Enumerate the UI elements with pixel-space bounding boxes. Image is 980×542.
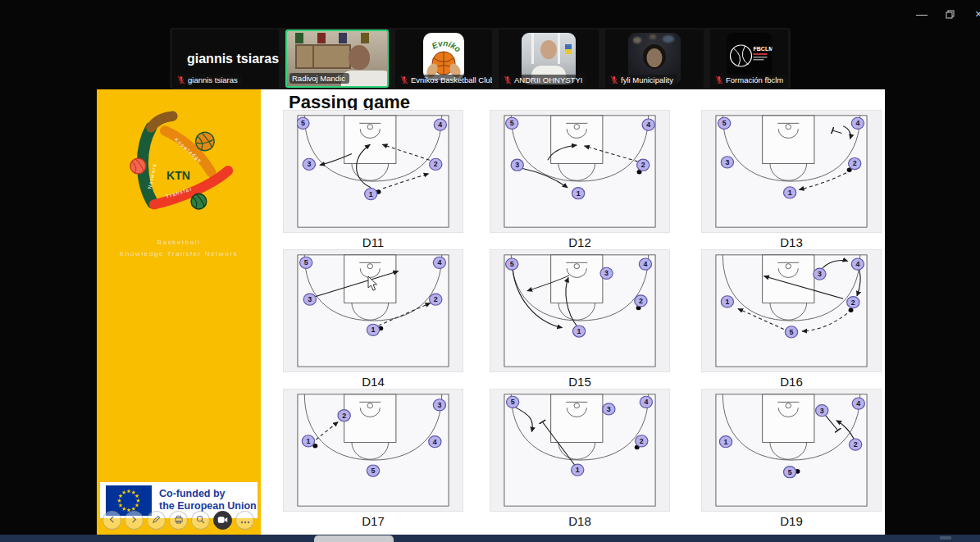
participant-tile[interactable]: ANDRII OHNYSTYI — [499, 30, 599, 88]
svg-text:5: 5 — [510, 260, 514, 268]
play-diagram-card: 54321D11 — [283, 110, 463, 249]
more-tool-button[interactable] — [235, 511, 254, 530]
svg-text:2: 2 — [854, 440, 858, 449]
prev-icon — [107, 515, 116, 526]
meeting-window: { "window": { "controls": [ {"name": "mi… — [0, 0, 980, 542]
svg-text:5: 5 — [510, 120, 514, 128]
minimize-button[interactable]: — — [911, 5, 932, 23]
svg-text:4: 4 — [644, 260, 648, 268]
participant-big-name: giannis tsiaras — [187, 52, 279, 66]
camera-tool-button[interactable] — [213, 511, 232, 530]
eu-cofunded-text: Co-funded by the European Union — [159, 488, 257, 512]
svg-text:3: 3 — [818, 270, 822, 278]
ktn-subtitle-line1: Basketball — [97, 237, 261, 248]
court-panel: 54321 — [490, 249, 670, 372]
svg-text:3: 3 — [820, 407, 824, 415]
svg-text:1: 1 — [577, 189, 581, 198]
svg-text:1: 1 — [576, 466, 580, 474]
print-tool-button[interactable] — [169, 511, 188, 530]
participant-tile[interactable]: Evnikos Evnikos Basketball Club — [395, 30, 492, 88]
muted-mic-icon — [504, 75, 512, 84]
taskbar[interactable] — [0, 535, 980, 542]
diagram-label: D17 — [283, 514, 463, 528]
participant-name-label: Evnikos Basketball Club — [398, 75, 492, 85]
svg-text:1: 1 — [724, 438, 728, 446]
participant-name-label: giannis tsiaras — [175, 75, 242, 85]
svg-text:3: 3 — [515, 161, 519, 169]
svg-text:2: 2 — [639, 297, 643, 305]
diagram-label: D15 — [490, 375, 670, 389]
viewer-toolbar — [103, 511, 254, 530]
diagram-label: D19 — [701, 514, 882, 528]
svg-text:4: 4 — [855, 260, 859, 268]
svg-text:2: 2 — [851, 298, 855, 307]
muted-mic-icon — [177, 75, 185, 84]
next-icon — [130, 515, 139, 526]
svg-text:1: 1 — [788, 189, 792, 197]
svg-text:KTN: KTN — [166, 169, 190, 182]
svg-text:2: 2 — [640, 437, 644, 445]
svg-text:4: 4 — [644, 399, 648, 407]
svg-text:2: 2 — [641, 161, 645, 169]
participant-strip: giannis tsiaras giannis tsiaras Radivoj … — [170, 28, 791, 89]
play-diagram-card: 54321D12 — [490, 110, 670, 249]
participant-name-label: Radivoj Mandic — [289, 73, 349, 84]
svg-text:5: 5 — [790, 328, 794, 336]
close-button[interactable]: × — [968, 5, 980, 23]
svg-text:4: 4 — [433, 438, 437, 446]
ktn-sidebar: KTN Network Knowledge Transfer Basketbal… — [97, 89, 261, 535]
pen-icon — [152, 515, 161, 526]
svg-text:1: 1 — [369, 190, 373, 198]
play-diagram-card: 54321D14 — [283, 249, 463, 389]
court-panel: 23145 — [283, 389, 463, 512]
svg-text:5: 5 — [722, 120, 727, 128]
court-panel: 54321 — [490, 110, 670, 233]
participant-tile[interactable]: FBCLM Formación fbclm — [710, 30, 788, 88]
maximize-button[interactable] — [939, 5, 960, 23]
svg-text:1: 1 — [577, 327, 581, 335]
diagram-label: D11 — [283, 235, 463, 249]
court-diagram: 54321 — [297, 254, 449, 367]
svg-text:2: 2 — [853, 160, 857, 168]
svg-text:5: 5 — [511, 399, 515, 407]
ktn-subtitle-line2: Knowledge Transfer Network — [97, 248, 261, 260]
court-panel: 54321 — [490, 389, 670, 512]
svg-text:Evnikos: Evnikos — [423, 33, 463, 54]
svg-text:1: 1 — [725, 298, 729, 306]
diagram-label: D18 — [490, 514, 670, 528]
participant-tile[interactable]: Radivoj Mandic — [285, 30, 389, 88]
participant-tile[interactable]: giannis tsiaras giannis tsiaras — [172, 30, 279, 88]
participant-tile[interactable]: fyli Municipality — [605, 30, 704, 88]
court-panel: 54321 — [701, 110, 882, 233]
court-panel: 54321 — [283, 249, 463, 372]
diagram-label: D13 — [701, 235, 882, 249]
print-icon — [174, 515, 184, 526]
svg-text:2: 2 — [434, 161, 438, 169]
shared-screen: KTN Network Knowledge Transfer Basketbal… — [97, 89, 885, 535]
evnikos-logo: Evnikos — [423, 33, 464, 80]
diagram-label: D16 — [701, 375, 882, 389]
svg-text:4: 4 — [437, 259, 441, 267]
diagram-label: D14 — [283, 375, 463, 389]
svg-text:2: 2 — [434, 295, 438, 303]
court-diagram: 23145 — [297, 394, 449, 507]
prev-tool-button[interactable] — [103, 511, 121, 530]
svg-text:5: 5 — [371, 467, 376, 475]
svg-text:4: 4 — [438, 121, 442, 129]
zoom-tool-button[interactable] — [191, 511, 210, 530]
court-panel: 54321 — [283, 110, 463, 233]
taskbar-app-pill[interactable] — [314, 535, 394, 542]
svg-text:5: 5 — [788, 468, 792, 476]
mouse-cursor — [367, 276, 379, 295]
svg-text:4: 4 — [646, 121, 650, 129]
svg-text:3: 3 — [725, 158, 729, 166]
svg-text:4: 4 — [855, 120, 859, 128]
next-tool-button[interactable] — [125, 511, 144, 530]
court-diagram: 54321 — [504, 394, 656, 507]
muted-mic-icon — [610, 75, 618, 84]
participant-name-label: fyli Municipality — [608, 75, 677, 85]
court-diagram: 43215 — [715, 394, 868, 507]
svg-text:2: 2 — [342, 412, 346, 420]
pen-tool-button[interactable] — [147, 511, 166, 530]
ktn-subtitle: Basketball Knowledge Transfer Network — [97, 237, 261, 259]
